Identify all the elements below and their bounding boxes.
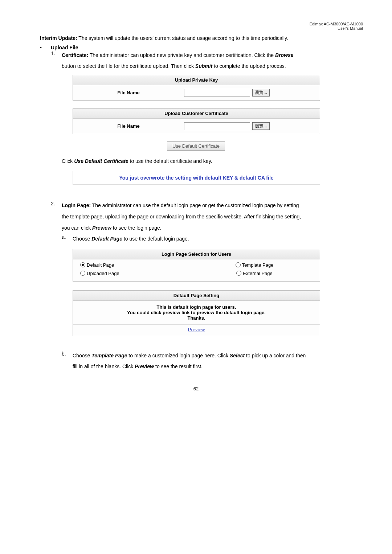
radio-external-page[interactable]: External Page — [196, 271, 313, 276]
upk-title: Upload Private Key — [73, 75, 320, 85]
opt-external-page: External Page — [243, 271, 273, 276]
default-setting-body: This is default login page for users. Yo… — [73, 301, 320, 324]
opt-default-page: Default Page — [87, 262, 114, 268]
submit-word: Submit — [195, 63, 212, 69]
suba-b: Default Page — [91, 236, 122, 242]
radio-icon — [236, 271, 241, 276]
lp-t1: The administrator can use the default lo… — [91, 202, 299, 208]
browse-word: Browse — [275, 52, 294, 58]
opt-template-page: Template Page — [242, 262, 274, 268]
login-panel-title: Login Page Selection for Users — [73, 249, 320, 259]
radio-icon-selected — [80, 262, 85, 267]
upload-private-key-panel: Upload Private Key File Name 瀏覽... — [73, 75, 320, 101]
cert-t3: to complete the upload process. — [212, 63, 286, 69]
radio-template-page[interactable]: Template Page — [196, 262, 313, 268]
use-default-text: Click Use Default Certificate to use the… — [62, 156, 363, 166]
bullet-dot: • — [40, 45, 51, 50]
subb-line2: fill in all of the blanks. Click Preview… — [73, 362, 363, 372]
login-page-label: Login Page: — [62, 202, 91, 208]
login-page-item: 2. Login Page: The administrator can use… — [51, 201, 363, 212]
radio-icon — [80, 271, 85, 276]
cert-t1: The administrator can upload new private… — [88, 52, 275, 58]
doc-header: Edimax AC-M3000/AC-M1000 User's Manual — [29, 22, 363, 30]
certificate-label: Certificate: — [62, 52, 88, 58]
sub-b: b. Choose Template Page to make a custom… — [62, 351, 363, 362]
upload-file-title: Upload File — [51, 45, 78, 50]
subb-t5: to see the result first. — [154, 364, 203, 369]
num-2: 2. — [51, 201, 62, 212]
ds-line3: Thanks. — [187, 315, 205, 321]
subb-t4: fill in all of the blanks. Click — [73, 364, 135, 369]
page-number: 62 — [29, 386, 363, 391]
upk-file-input[interactable] — [184, 89, 250, 97]
ucc-file-input[interactable] — [184, 122, 250, 130]
num-1: 1. — [51, 50, 62, 62]
interim-update-line: Interim Update: The system will update t… — [40, 33, 363, 43]
ucc-browse-button[interactable]: 瀏覽... — [252, 122, 270, 130]
subb-b3: Preview — [135, 364, 154, 369]
interim-update-text: The system will update the users' curren… — [77, 35, 288, 41]
subb-t1: Choose — [73, 353, 91, 358]
radio-default-page[interactable]: Default Page — [80, 262, 196, 268]
lp-t4: to see the login page. — [111, 225, 162, 231]
manual-name: User's Manual — [338, 26, 363, 30]
sub-b-mark: b. — [62, 351, 73, 362]
cert-t2: button to select the file for the certif… — [62, 63, 195, 69]
ucc-file-name-label: File Name — [73, 123, 184, 129]
opt-uploaded-page: Uploaded Page — [87, 271, 119, 276]
ds-line2: You could click preview link to preview … — [127, 310, 266, 315]
login-selection-panel: Login Page Selection for Users Default P… — [73, 249, 320, 282]
radio-uploaded-page[interactable]: Uploaded Page — [80, 271, 196, 276]
lp-preview: Preview — [92, 225, 111, 231]
lp-t3: you can click — [62, 225, 92, 231]
overwrite-banner: You just overwrote the setting with defa… — [73, 171, 320, 185]
sub-a: a. Choose Default Page to use the defaul… — [62, 234, 363, 245]
preview-link[interactable]: Preview — [73, 324, 320, 336]
default-page-setting-panel: Default Page Setting This is default log… — [73, 290, 320, 336]
upk-file-name-label: File Name — [73, 90, 184, 95]
udt-t2: to use the default certificate and key. — [128, 158, 212, 164]
udt-t1: Click — [62, 158, 74, 164]
upload-cert-panel: Upload Customer Certificate File Name 瀏覽… — [73, 108, 320, 134]
cert-line2: button to select the file for the certif… — [62, 61, 363, 71]
upload-file-bullet: • Upload File — [40, 45, 363, 50]
interim-update-label: Interim Update: — [40, 35, 77, 41]
sub-a-mark: a. — [62, 234, 73, 245]
lp-t2: the template page, uploading the page or… — [62, 214, 301, 219]
subb-t2: to make a customized login page here. Cl… — [127, 353, 229, 358]
product-name: Edimax AC-M3000/AC-M1000 — [310, 22, 363, 26]
suba-t1: Choose — [73, 236, 91, 242]
use-default-cert-button[interactable]: Use Default Certificate — [167, 141, 225, 151]
subb-t3: to pick up a color and then — [245, 353, 306, 358]
certificate-item: 1. Certificate: The administrator can up… — [51, 50, 363, 62]
ds-line1: This is default login page for users. — [157, 304, 236, 310]
suba-t2: to use the default login page. — [122, 236, 189, 242]
upk-browse-button[interactable]: 瀏覽... — [252, 89, 270, 97]
lp-line3: you can click Preview to see the login p… — [62, 223, 363, 233]
lp-line2: the template page, uploading the page or… — [62, 212, 363, 222]
radio-icon — [236, 262, 241, 267]
subb-b2: Select — [230, 353, 245, 358]
udt-b: Use Default Certificate — [74, 158, 128, 164]
default-setting-title: Default Page Setting — [73, 291, 320, 301]
ucc-title: Upload Customer Certificate — [73, 108, 320, 119]
subb-b1: Template Page — [91, 353, 127, 358]
